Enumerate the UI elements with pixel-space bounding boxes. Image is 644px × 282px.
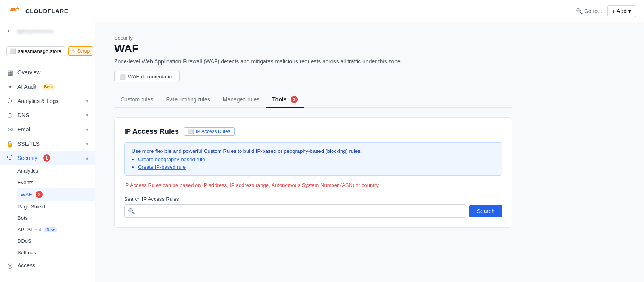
topbar: CLOUDFLARE 🔍 Go to... + Add ▾ bbox=[0, 0, 644, 22]
domain-tag[interactable]: ⬜ salesmanago.store bbox=[6, 46, 65, 56]
sidebar-item-label: Security bbox=[17, 155, 38, 161]
sidebar-nav: ▦ Overview ✦ AI Audit Beta ⏱ Analytics &… bbox=[0, 62, 95, 276]
tab-tools[interactable]: Tools 3 bbox=[266, 92, 304, 108]
cloudflare-icon bbox=[8, 4, 22, 18]
sidebar-item-overview[interactable]: ▦ Overview bbox=[0, 65, 95, 80]
overview-icon: ▦ bbox=[6, 69, 13, 76]
search-row: 🔍 Search bbox=[124, 204, 502, 218]
email-icon: ✉ bbox=[6, 126, 13, 133]
chevron-icon: ▴ bbox=[86, 155, 88, 161]
domain-blurred: agencyxxxxxxxxx bbox=[17, 29, 54, 34]
doc-icon: ⬜ bbox=[119, 74, 126, 80]
sidebar-item-security[interactable]: 🛡 Security 1 ▴ bbox=[0, 151, 95, 165]
sidebar-item-label: SSL/TLS bbox=[17, 141, 40, 147]
sidebar-item-ssl-tls[interactable]: 🔒 SSL/TLS ▾ bbox=[0, 137, 95, 151]
search-icon: 🔍 bbox=[128, 208, 135, 214]
waf-docs-button[interactable]: ⬜ WAF documentation bbox=[114, 71, 180, 82]
sidebar-item-email[interactable]: ✉ Email ▾ bbox=[0, 122, 95, 137]
cloudflare-logo: CLOUDFLARE bbox=[8, 4, 68, 18]
tab-managed-rules[interactable]: Managed rules bbox=[217, 92, 266, 108]
ssl-icon: 🔒 bbox=[6, 140, 13, 147]
search-input-wrap: 🔍 bbox=[124, 204, 466, 218]
add-button[interactable]: + Add ▾ bbox=[607, 5, 636, 17]
section-label: Security bbox=[114, 35, 512, 41]
tab-custom-rules[interactable]: Custom rules bbox=[114, 92, 159, 108]
content-inner: Security WAF Zone-level Web Application … bbox=[95, 22, 531, 240]
search-label: Search IP Access Rules bbox=[124, 196, 502, 202]
waf-badge: 2 bbox=[36, 191, 43, 198]
cloudflare-wordmark: CLOUDFLARE bbox=[25, 8, 68, 14]
subnav-item-page-shield[interactable]: Page Shield bbox=[17, 201, 95, 212]
dns-icon: ⬡ bbox=[6, 112, 13, 119]
section-title: IP Access Rules ⬜ IP Access Rules bbox=[124, 127, 502, 136]
beta-badge: Beta bbox=[42, 84, 55, 90]
sidebar-item-dns[interactable]: ⬡ DNS ▾ bbox=[0, 108, 95, 122]
main-layout: ← agencyxxxxxxxxx ⬜ salesmanago.store ↻ … bbox=[0, 22, 644, 282]
security-badge: 1 bbox=[43, 154, 50, 162]
analytics-icon: ⏱ bbox=[6, 97, 13, 105]
subnav-item-api-shield[interactable]: API Shield New bbox=[17, 224, 95, 235]
security-subnav: Analytics Events WAF 2 Page Shield Bots … bbox=[0, 165, 95, 258]
setup-button[interactable]: ↻ Setup bbox=[68, 46, 93, 56]
info-box: Use more flexible and powerful Custom Ru… bbox=[124, 142, 502, 176]
page-icon: ⬜ bbox=[10, 48, 16, 54]
sidebar-item-label: DNS bbox=[17, 112, 29, 118]
sidebar-item-label: Access bbox=[17, 262, 35, 269]
search-button[interactable]: Search bbox=[469, 205, 502, 217]
waf-tabs: Custom rules Rate limiting rules Managed… bbox=[114, 92, 512, 108]
ai-audit-icon: ✦ bbox=[6, 83, 13, 90]
subnav-item-events[interactable]: Events bbox=[17, 177, 95, 188]
chevron-icon: ▾ bbox=[86, 98, 88, 104]
ip-access-info-text: IP Access Rules can be based on IP addre… bbox=[124, 182, 502, 188]
doc-icon: ⬜ bbox=[188, 129, 194, 134]
ip-rule-link[interactable]: Create IP-based rule bbox=[138, 164, 186, 170]
new-badge: New bbox=[44, 227, 57, 232]
goto-button[interactable]: 🔍 Go to... bbox=[576, 8, 602, 14]
access-icon: ◎ bbox=[6, 262, 13, 269]
topbar-right: 🔍 Go to... + Add ▾ bbox=[576, 5, 636, 17]
ip-access-rules-card: IP Access Rules ⬜ IP Access Rules Use mo… bbox=[114, 117, 512, 228]
chevron-down-icon: ▾ bbox=[628, 8, 631, 14]
chevron-icon: ▾ bbox=[86, 141, 88, 147]
sidebar-item-label: AI Audit bbox=[17, 84, 36, 90]
domain-action-bar: ⬜ salesmanago.store ↻ Setup ☆ Star Free … bbox=[0, 40, 95, 62]
ip-access-rules-link[interactable]: ⬜ IP Access Rules bbox=[184, 127, 234, 136]
search-icon: 🔍 bbox=[576, 8, 583, 14]
content-area: Security WAF Zone-level Web Application … bbox=[95, 22, 644, 282]
security-icon: 🛡 bbox=[6, 154, 13, 162]
sidebar-item-label: Analytics & Logs bbox=[17, 98, 59, 104]
chevron-icon: ▾ bbox=[86, 127, 88, 132]
page-title: WAF bbox=[114, 42, 512, 55]
search-input[interactable] bbox=[124, 204, 466, 218]
subnav-item-settings[interactable]: Settings bbox=[17, 247, 95, 258]
sidebar-item-label: Overview bbox=[17, 69, 40, 76]
refresh-icon: ↻ bbox=[72, 48, 76, 54]
sidebar-item-ai-audit[interactable]: ✦ AI Audit Beta bbox=[0, 80, 95, 94]
sidebar-item-analytics-logs[interactable]: ⏱ Analytics & Logs ▾ bbox=[0, 94, 95, 108]
sidebar-header: ← agencyxxxxxxxxx bbox=[0, 22, 95, 40]
tab-rate-limiting[interactable]: Rate limiting rules bbox=[159, 92, 216, 108]
sidebar-item-access[interactable]: ◎ Access bbox=[0, 258, 95, 272]
subnav-item-ddos[interactable]: DDoS bbox=[17, 235, 95, 247]
sidebar: ← agencyxxxxxxxxx ⬜ salesmanago.store ↻ … bbox=[0, 22, 95, 282]
geo-rule-link[interactable]: Create geography-based rule bbox=[138, 156, 205, 162]
tools-badge: 3 bbox=[291, 96, 298, 103]
page-description: Zone-level Web Application Firewall (WAF… bbox=[114, 58, 512, 65]
subnav-item-bots[interactable]: Bots bbox=[17, 212, 95, 224]
topbar-left: CLOUDFLARE bbox=[8, 4, 68, 18]
subnav-item-analytics[interactable]: Analytics bbox=[17, 165, 95, 177]
back-button[interactable]: ← bbox=[6, 27, 13, 35]
subnav-item-waf[interactable]: WAF 2 bbox=[17, 188, 95, 201]
sidebar-item-label: Email bbox=[17, 126, 31, 133]
chevron-icon: ▾ bbox=[86, 112, 88, 118]
